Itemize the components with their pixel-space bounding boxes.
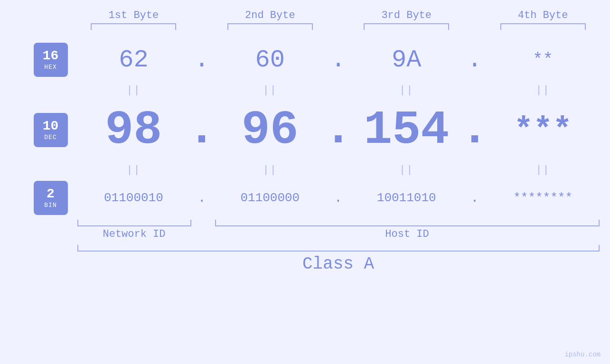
bin-b1: 01100010	[77, 191, 190, 205]
watermark-text: ipshu.com	[564, 351, 601, 358]
eq-spacer2	[11, 161, 77, 179]
bin-badge: 2 BIN	[34, 181, 68, 215]
host-id-label: Host ID	[385, 228, 429, 240]
eq8: ||	[535, 164, 550, 176]
eq-grid1: || || || ||	[77, 81, 600, 99]
hex-b2-val: 60	[255, 46, 285, 74]
bin-b3-val: 10011010	[377, 191, 436, 205]
bin-b4-val: ********	[513, 191, 572, 205]
byte2-header-label: 2nd Byte	[245, 9, 295, 21]
dec-d3: .	[463, 99, 487, 161]
header-dot3	[463, 9, 487, 21]
eq-cell6: ||	[214, 164, 327, 176]
network-id-bracket	[77, 220, 191, 226]
class-bracket	[77, 245, 600, 252]
header-row: 1st Byte 2nd Byte 3rd Byte 4th Byte	[11, 9, 600, 21]
eq-cell3: ||	[350, 84, 463, 96]
dec-b4: ***	[487, 112, 600, 149]
byte4-header: 4th Byte	[487, 9, 600, 21]
dec-badge-label: DEC	[44, 134, 56, 141]
host-id-bracket	[215, 220, 600, 226]
hex-dot1: .	[195, 46, 209, 74]
dec-b4-val: ***	[514, 112, 572, 149]
bin-dot3: .	[470, 191, 479, 205]
network-id-label: Network ID	[103, 228, 165, 240]
dec-dot3: .	[460, 99, 489, 161]
dec-badge-num: 10	[43, 119, 59, 134]
hex-b3: 9A	[350, 46, 463, 74]
class-section: Class A	[77, 245, 600, 274]
hex-d2: .	[327, 46, 350, 74]
hex-row: 16 HEX 62 . 60 . 9A . **	[11, 38, 600, 81]
dec-row: 10 DEC 98 . 96 . 154 . ***	[11, 99, 600, 161]
class-wrapper: Class A	[11, 245, 600, 274]
header-dot1	[190, 9, 214, 21]
main-container: 1st Byte 2nd Byte 3rd Byte 4th Byte	[0, 0, 610, 364]
bin-badge-wrapper: 2 BIN	[11, 181, 77, 215]
bracket2-cell	[214, 23, 327, 30]
byte3-header: 3rd Byte	[350, 9, 463, 21]
bracket3-top	[364, 23, 449, 30]
eq1: ||	[126, 84, 141, 96]
bin-b4: ********	[487, 191, 600, 205]
class-label: Class A	[302, 254, 374, 274]
bottom-bracket-wrapper: Network ID Host ID	[11, 220, 600, 240]
host-id-label-cell: Host ID	[215, 228, 600, 240]
hex-badge-num: 16	[43, 49, 59, 64]
byte1-header-label: 1st Byte	[109, 9, 159, 21]
bin-badge-label: BIN	[44, 202, 56, 209]
hex-badge: 16 HEX	[34, 43, 68, 77]
bottom-brackets-row	[77, 220, 600, 226]
id-labels-row: Network ID Host ID	[77, 228, 600, 240]
hex-data: 62 . 60 . 9A . **	[77, 46, 600, 74]
hex-b4-val: **	[533, 50, 553, 70]
watermark: ipshu.com	[564, 351, 601, 358]
header-dot2	[327, 9, 350, 21]
eq-cell1: ||	[77, 84, 190, 96]
byte3-header-label: 3rd Byte	[381, 9, 432, 21]
eq4: ||	[535, 84, 550, 96]
eq-cell7: ||	[350, 164, 463, 176]
bin-b2: 01100000	[214, 191, 327, 205]
byte-headers: 1st Byte 2nd Byte 3rd Byte 4th Byte	[77, 9, 600, 21]
hex-badge-wrapper: 16 HEX	[11, 43, 77, 77]
eq5: ||	[126, 164, 141, 176]
bottom-section: Network ID Host ID	[77, 220, 600, 240]
dec-dot2: .	[324, 99, 353, 161]
hex-d3: .	[463, 46, 487, 74]
bracket4-cell	[487, 23, 600, 30]
bracket3-cell	[350, 23, 463, 30]
top-brackets	[77, 23, 600, 30]
eq3: ||	[399, 84, 413, 96]
dec-dot1: .	[188, 99, 216, 161]
bracket1-top	[91, 23, 176, 30]
dec-badge: 10 DEC	[34, 113, 68, 147]
byte1-header: 1st Byte	[77, 9, 190, 21]
hex-b1: 62	[77, 46, 190, 74]
bracket1-cell	[77, 23, 190, 30]
eq-grid2: || || || ||	[77, 161, 600, 179]
label-gap	[191, 228, 215, 240]
eq-cell5: ||	[77, 164, 190, 176]
bin-b2-val: 01100000	[240, 191, 300, 205]
eq-cell2: ||	[214, 84, 327, 96]
eq-row1: || || || ||	[11, 81, 600, 99]
bracket-dot2	[327, 23, 350, 30]
bin-b3: 10011010	[350, 191, 463, 205]
hex-dot3: .	[467, 46, 482, 74]
dec-d1: .	[190, 99, 214, 161]
dec-b3: 154	[350, 103, 463, 157]
hex-badge-label: HEX	[44, 64, 56, 71]
bracket-dot3	[463, 23, 487, 30]
class-spacer	[11, 245, 77, 274]
bin-badge-num: 2	[47, 187, 55, 202]
eq-cell8: ||	[487, 164, 600, 176]
dec-b2-val: 96	[242, 103, 299, 157]
eq-spacer1	[11, 81, 77, 99]
eq7: ||	[399, 164, 413, 176]
bin-d2: .	[327, 191, 350, 205]
bin-d1: .	[190, 191, 214, 205]
dec-d2: .	[327, 99, 350, 161]
header-spacer	[11, 9, 77, 21]
eq2: ||	[263, 84, 277, 96]
